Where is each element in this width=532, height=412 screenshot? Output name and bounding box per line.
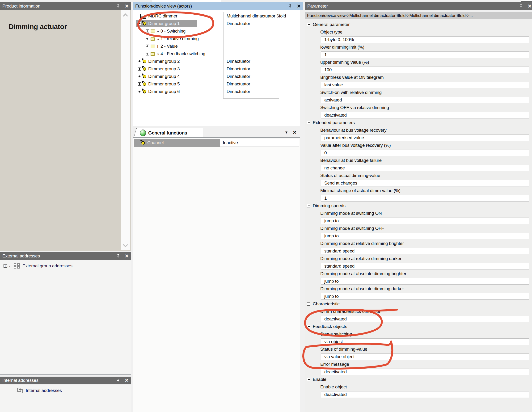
channel-icon — [143, 75, 146, 78]
tree-row[interactable]: « 0 - Switching — [133, 27, 300, 35]
scroll-down-icon[interactable] — [123, 242, 128, 247]
tree-row[interactable]: Dimmer group 3 Dimactuator — [133, 65, 300, 73]
scrollbar[interactable] — [121, 10, 130, 250]
parameter-value-field[interactable]: no change — [321, 165, 529, 171]
parameter-value-field[interactable]: standard speed — [321, 263, 529, 270]
collapse-icon[interactable] — [307, 378, 310, 381]
parameter-row: Enable object deactivated — [305, 383, 532, 398]
collapse-icon[interactable] — [307, 121, 310, 124]
parameter-value-field[interactable]: 0 — [321, 150, 529, 156]
tree-row[interactable]: MDRC dimmer Multichannel dimactuator 6fo… — [133, 12, 300, 20]
object-flag-icon: | — [157, 44, 160, 48]
parameter-label: Behaviour at bus voltage failure — [305, 157, 532, 164]
parameter-value-field[interactable]: 1 — [321, 51, 529, 58]
channel-icon — [141, 141, 145, 145]
tree-item-label: 1 - relative dimming — [161, 36, 199, 41]
expand-icon[interactable] — [4, 264, 7, 268]
expand-icon[interactable] — [138, 82, 141, 86]
close-icon[interactable]: ✕ — [293, 130, 297, 135]
parameter-value-field[interactable]: 100 — [321, 66, 529, 73]
pin-icon[interactable] — [288, 4, 292, 8]
section-name: General parameter — [313, 22, 350, 27]
section-name: Characteristic — [313, 301, 339, 307]
internal-addresses-item[interactable]: ······ Internal addresses — [0, 387, 131, 393]
channel-row[interactable]: Channel Inactive — [133, 139, 300, 147]
parameter-row: Dimming mode at switching OFF jump to — [305, 225, 532, 239]
parameter-row: Behaviour at bus voltage recovery parame… — [305, 126, 532, 141]
parameter-value-field[interactable]: deactivated — [321, 369, 529, 375]
parameter-value-field[interactable]: deactivated — [321, 316, 529, 322]
tree-row[interactable]: Dimmer group 5 Dimactuator — [133, 80, 300, 88]
close-icon[interactable]: ✕ — [125, 254, 129, 258]
parameter-section: Feedback objects Status switching via ob… — [305, 323, 532, 375]
close-icon[interactable]: ✕ — [125, 378, 129, 383]
parameter-label: Dimming mode at relative dimming brighte… — [305, 240, 532, 247]
parameter-value-field[interactable]: deactivated — [321, 112, 529, 118]
external-addresses-header: External addresses ✕ — [0, 252, 131, 260]
expand-icon[interactable] — [138, 75, 141, 78]
collapse-icon[interactable] — [307, 302, 310, 306]
comobject-icon — [151, 37, 155, 41]
tab-general-functions[interactable]: General functions — [136, 128, 203, 138]
tree-row[interactable]: Dimmer group 4 Dimactuator — [133, 73, 300, 80]
close-icon[interactable]: ✕ — [297, 4, 301, 9]
pin-icon[interactable] — [116, 378, 120, 383]
panel-title: Function/device view (actors) — [135, 4, 192, 9]
tree-row[interactable]: « 1 - relative dimming — [133, 35, 300, 42]
collapse-icon[interactable] — [307, 204, 310, 207]
expand-icon[interactable] — [138, 67, 141, 71]
expand-icon[interactable] — [146, 45, 149, 48]
external-group-addresses-item[interactable]: ·· External group addresses — [0, 263, 131, 269]
parameter-value-field[interactable]: standard speed — [321, 248, 529, 254]
tree-item-type: Dimactuator — [227, 74, 250, 79]
channel-label: Channel — [147, 140, 163, 145]
pin-icon[interactable] — [116, 4, 120, 8]
parameter-value-field[interactable]: parameterised value — [321, 134, 529, 141]
tree-row[interactable]: | 2 - Value — [133, 42, 300, 50]
parameter-value-field[interactable]: jump to — [321, 293, 529, 300]
pin-icon[interactable] — [116, 254, 120, 258]
parameter-value-field[interactable]: 1-byte 0..100% — [321, 36, 529, 43]
function-device-view-header: Function/device view (actors) ✕ — [133, 2, 303, 10]
parameter-value-field[interactable]: jump to — [321, 217, 529, 224]
device-icon — [140, 14, 146, 19]
panel-title: Internal addresses — [2, 378, 38, 383]
parameter-label: upper dimming value (%) — [305, 58, 532, 66]
expand-icon[interactable] — [138, 60, 141, 63]
expand-icon[interactable] — [138, 90, 141, 93]
close-icon[interactable]: ✕ — [528, 4, 532, 9]
channel-icon — [143, 67, 146, 71]
expand-icon[interactable] — [138, 22, 141, 25]
expand-icon[interactable] — [146, 52, 149, 56]
internal-addresses-icon — [17, 387, 23, 393]
parameter-value-field[interactable]: deactivated — [321, 391, 529, 398]
pin-icon[interactable] — [519, 4, 523, 8]
external-addresses-panel: ·· External group addresses — [0, 260, 131, 375]
scroll-up-icon[interactable] — [123, 13, 128, 19]
close-icon[interactable]: ✕ — [125, 4, 129, 9]
parameter-label: Error message — [305, 361, 532, 368]
parameter-value-field[interactable]: via object — [321, 338, 529, 345]
parameter-label: Dimming mode at absolute dimming brighte… — [305, 270, 532, 278]
tree-row[interactable]: Dimmer group 2 Dimactuator — [133, 57, 300, 65]
window-edge-strip — [521, 0, 532, 2]
parameter-value-field[interactable]: jump to — [321, 278, 529, 285]
tree-row[interactable]: Dimmer group 6 Dimactuator — [133, 88, 300, 95]
parameter-value-field[interactable]: 1 — [321, 195, 529, 202]
collapse-icon[interactable] — [307, 325, 310, 328]
collapse-icon[interactable] — [307, 23, 310, 26]
chevron-down-icon[interactable]: ▼ — [285, 130, 288, 134]
parameter-label: Enable object — [305, 383, 532, 391]
parameter-value-field[interactable]: activated — [321, 97, 529, 103]
tree-row[interactable]: » 4 - Feedback switching — [133, 50, 300, 57]
expand-icon[interactable] — [146, 29, 149, 33]
parameter-row: Switch-on with relative dimming activate… — [305, 89, 532, 103]
parameter-value-field[interactable]: Send at changes — [321, 180, 529, 187]
parameter-value-field[interactable]: via value object — [321, 354, 529, 360]
parameter-label: Switch-on with relative dimming — [305, 89, 532, 96]
parameter-value-field[interactable]: last value — [321, 82, 529, 88]
tree-row[interactable]: Dimmer group 1 Dimactuator — [133, 20, 300, 27]
expand-icon[interactable] — [146, 37, 149, 40]
parameter-value-field[interactable]: jump to — [321, 233, 529, 239]
application-window: Product information ✕ Dimming actuator F… — [0, 0, 532, 412]
